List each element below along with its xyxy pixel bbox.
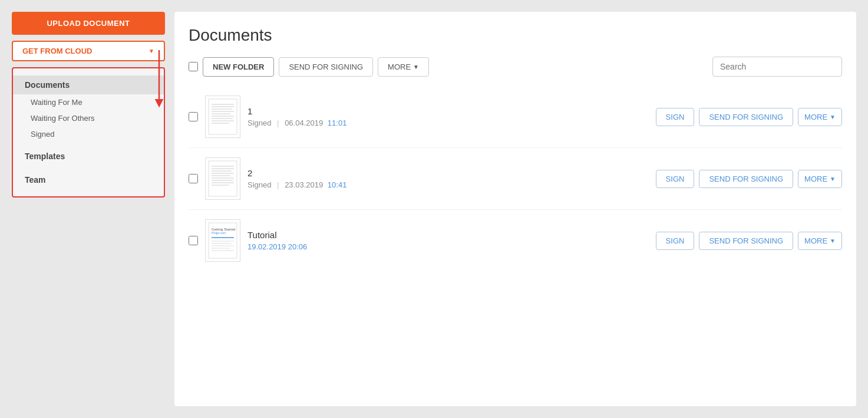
toolbar: NEW FOLDER SEND FOR SIGNING MORE ▼ [189,57,842,77]
doc-meta-2: Signed | 23.03.2019 10:41 [247,180,649,189]
sidebar-item-team[interactable]: Team [13,170,164,189]
send-for-signing-button-3[interactable]: SEND FOR SIGNING [699,232,793,250]
more-label-2: MORE [804,175,827,183]
chevron-down-icon: ▼ [830,176,836,182]
sign-button-2[interactable]: SIGN [656,170,695,188]
sidebar-item-waiting-for-others[interactable]: Waiting For Others [13,110,164,126]
doc-info-1: 1 Signed | 06.04.2019 11:01 [247,106,649,127]
document-list: 1 Signed | 06.04.2019 11:01 SIGN SEND FO… [189,86,842,271]
more-toolbar-label: MORE [388,62,411,71]
doc-date-2: 23.03.2019 [285,180,323,189]
sidebar-item-waiting-for-me[interactable]: Waiting For Me [13,94,164,110]
doc-actions-2: SIGN SEND FOR SIGNING MORE ▼ [656,170,842,188]
doc-info-3: Tutorial 19.02.2019 20:06 [247,230,649,251]
sign-button-3[interactable]: SIGN [656,232,695,250]
table-row: 1 Signed | 06.04.2019 11:01 SIGN SEND FO… [189,86,842,148]
doc-thumbnail-2 [205,157,240,200]
doc-status-1: Signed [247,119,271,127]
cloud-button-label: GET FROM CLOUD [22,47,92,55]
more-label-3: MORE [804,236,827,245]
doc-meta-1: Signed | 06.04.2019 11:01 [247,119,649,127]
doc-date-1: 06.04.2019 [285,119,323,127]
doc-time-2: 10:41 [328,180,347,189]
get-from-cloud-button[interactable]: GET FROM CLOUD ▼ [12,41,165,61]
doc-actions-1: SIGN SEND FOR SIGNING MORE ▼ [656,108,842,126]
doc-name-3: Tutorial [247,230,649,240]
doc-name-2: 2 [247,168,649,178]
doc-time-1: 11:01 [328,119,347,127]
chevron-down-icon: ▼ [413,64,419,70]
doc-checkbox-1[interactable] [189,112,198,121]
sidebar-item-documents[interactable]: Documents [13,75,164,94]
more-button-1[interactable]: MORE ▼ [798,108,842,126]
doc-status-2: Signed [247,180,271,189]
doc-checkbox-3[interactable] [189,236,198,245]
more-button-3[interactable]: MORE ▼ [798,232,842,250]
sidebar-item-signed[interactable]: Signed [13,126,164,142]
send-for-signing-button-2[interactable]: SEND FOR SIGNING [699,170,793,188]
table-row: 2 Signed | 23.03.2019 10:41 SIGN SEND FO… [189,148,842,210]
select-all-checkbox[interactable] [189,62,198,71]
doc-actions-3: SIGN SEND FOR SIGNING MORE ▼ [656,232,842,250]
chevron-down-icon: ▼ [830,238,836,244]
more-toolbar-button[interactable]: MORE ▼ [378,57,429,77]
doc-info-2: 2 Signed | 23.03.2019 10:41 [247,168,649,189]
navigation-panel: Documents Waiting For Me Waiting For Oth… [12,67,165,198]
table-row: Getting Started PSign.com Tutorial 19.02… [189,210,842,271]
svg-text:PSign.com: PSign.com [212,231,226,235]
new-folder-button[interactable]: NEW FOLDER [203,57,274,77]
send-for-signing-button-1[interactable]: SEND FOR SIGNING [699,108,793,126]
search-input[interactable] [712,57,842,77]
upload-document-button[interactable]: UPLOAD DOCUMENT [12,12,165,35]
doc-name-1: 1 [247,106,649,116]
page-title: Documents [189,26,842,45]
doc-thumbnail-1 [205,96,240,138]
sign-button-1[interactable]: SIGN [656,108,695,126]
chevron-down-icon: ▼ [830,114,836,120]
sidebar-item-templates[interactable]: Templates [13,147,164,166]
doc-thumbnail-3: Getting Started PSign.com [205,219,240,262]
doc-checkbox-2[interactable] [189,174,198,183]
doc-meta-3: 19.02.2019 20:06 [247,242,649,251]
more-label-1: MORE [804,113,827,121]
send-for-signing-toolbar-button[interactable]: SEND FOR SIGNING [279,57,373,77]
more-button-2[interactable]: MORE ▼ [798,170,842,188]
main-content: Documents NEW FOLDER SEND FOR SIGNING MO… [174,12,856,406]
chevron-down-icon: ▼ [148,48,154,54]
